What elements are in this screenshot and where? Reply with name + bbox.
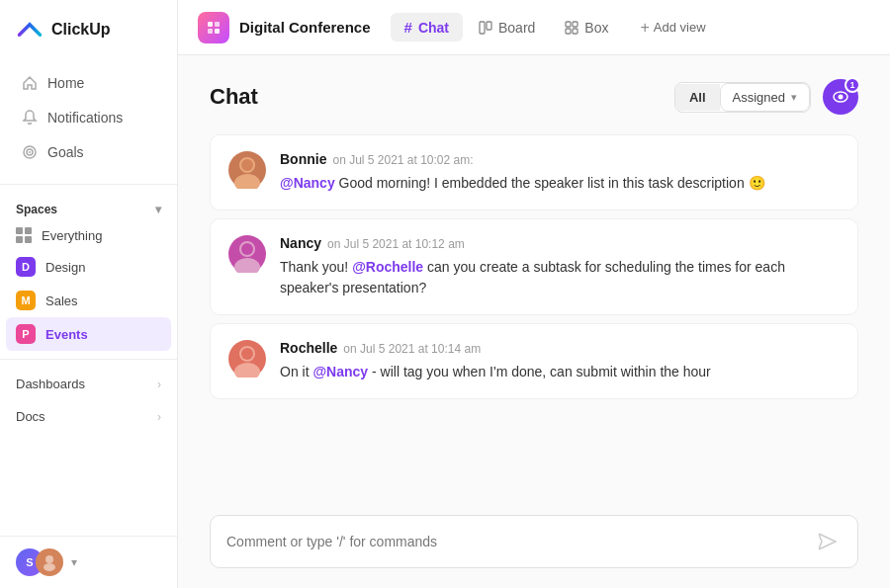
nancy-message-body: Nancy on Jul 5 2021 at 10:12 am Thank yo… [280,235,840,298]
svg-point-24 [234,363,260,378]
messages-list: Bonnie on Jul 5 2021 at 10:02 am: @Nancy… [210,134,858,499]
assigned-dropdown[interactable]: Assigned ▾ [720,83,810,112]
project-icon [198,12,229,43]
user-chevron[interactable]: ▾ [71,555,77,569]
sidebar-divider [0,184,177,185]
rochelle-message-body: Rochelle on Jul 5 2021 at 10:14 am On it… [280,340,840,382]
svg-rect-14 [573,29,578,34]
svg-rect-7 [208,29,213,34]
rochelle-text: On it @Nancy - will tag you when I'm don… [280,362,840,382]
svg-rect-10 [487,22,491,30]
bonnie-text: @Nancy Good morning! I embedded the spea… [280,173,840,194]
sidebar-item-design[interactable]: D Design [0,250,177,284]
comment-input-wrap [210,515,858,568]
tab-board[interactable]: Board [465,14,549,42]
message-card: Bonnie on Jul 5 2021 at 10:02 am: @Nancy… [210,134,858,210]
rochelle-time: on Jul 5 2021 at 10:14 am [343,342,481,356]
sidebar-item-events[interactable]: P Events [6,317,171,351]
clickup-logo-icon [16,16,44,43]
chevron-icon: ▾ [155,203,161,216]
svg-point-19 [241,159,253,171]
spaces-header[interactable]: Spaces ▾ [0,193,177,220]
sidebar-item-sales[interactable]: M Sales [0,284,177,317]
sidebar-nav: Home Notifications Goals [0,59,177,176]
sidebar: ClickUp Home Notifications Goals S [0,0,178,588]
svg-point-21 [234,258,260,273]
eye-badge: 1 [845,77,860,93]
nancy-meta: Nancy on Jul 5 2021 at 10:12 am [280,235,840,251]
chevron-right-icon-docs: › [157,410,161,424]
sidebar-item-goals[interactable]: Goals [6,135,171,169]
sidebar-item-notifications[interactable]: Notifications [6,101,171,134]
box-icon [565,21,578,35]
dropdown-chevron-icon: ▾ [791,91,797,104]
svg-point-16 [839,95,844,100]
message-card: Rochelle on Jul 5 2021 at 10:14 am On it… [210,323,858,399]
sidebar-item-everything[interactable]: Everything [0,220,177,250]
bonnie-avatar [228,151,266,189]
main-content: Digital Conference # Chat Board [178,0,890,588]
svg-point-22 [241,243,253,255]
board-icon [479,21,492,35]
sales-dot: M [16,291,36,310]
rochelle-mention: @Rochelle [352,259,423,275]
avatar-secondary [36,548,63,576]
eye-button[interactable]: 1 [823,79,858,115]
svg-point-2 [29,151,31,153]
design-dot: D [16,257,36,277]
target-icon [22,144,38,160]
nancy-time: on Jul 5 2021 at 10:12 am [327,237,465,251]
bell-icon [22,110,38,126]
rochelle-author: Rochelle [280,340,337,356]
nancy-mention-2: @Nancy [312,364,368,379]
project-title: Digital Conference [239,19,371,36]
grid-icon [16,227,32,243]
chat-content: Chat All Assigned ▾ 1 [178,55,890,499]
nancy-text: Thank you! @Rochelle can you create a su… [280,257,840,298]
bonnie-time: on Jul 5 2021 at 10:02 am: [332,153,473,167]
home-icon [22,75,38,91]
svg-rect-13 [566,29,571,34]
add-view-button[interactable]: + Add view [628,13,717,42]
sidebar-footer: S ▾ [0,536,177,588]
tab-chat[interactable]: # Chat [391,13,463,42]
events-dot: P [16,324,36,344]
hash-icon: # [404,19,412,36]
nancy-mention-1: @Nancy [280,175,335,191]
sidebar-item-home[interactable]: Home [6,66,171,100]
svg-rect-9 [480,22,485,34]
rochelle-avatar [228,340,266,378]
rochelle-meta: Rochelle on Jul 5 2021 at 10:14 am [280,340,840,356]
nancy-avatar [228,235,266,273]
svg-point-3 [45,555,53,563]
svg-point-25 [241,348,253,360]
svg-point-4 [44,563,55,571]
sidebar-divider-2 [0,359,177,360]
svg-rect-5 [208,22,213,27]
filter-all-button[interactable]: All [675,84,720,111]
bonnie-message-body: Bonnie on Jul 5 2021 at 10:02 am: @Nancy… [280,151,840,194]
filter-tabs: All Assigned ▾ [674,82,811,113]
plus-icon: + [640,19,649,37]
topbar: Digital Conference # Chat Board [178,0,890,55]
comment-input[interactable] [226,534,804,549]
chat-header-right: All Assigned ▾ 1 [674,79,858,115]
svg-rect-8 [215,29,220,34]
nancy-author: Nancy [280,235,321,251]
avatar-stack: S [16,548,63,576]
logo-text: ClickUp [51,21,111,39]
send-icon[interactable] [814,528,842,555]
sidebar-item-dashboards[interactable]: Dashboards › [0,368,177,400]
sidebar-item-docs[interactable]: Docs › [0,400,177,433]
svg-rect-12 [573,22,578,27]
message-card: Nancy on Jul 5 2021 at 10:12 am Thank yo… [210,218,858,315]
chat-header: Chat All Assigned ▾ 1 [210,79,858,115]
tab-box[interactable]: Box [551,14,622,42]
chevron-right-icon: › [157,378,161,391]
svg-rect-6 [215,22,220,27]
svg-point-18 [234,174,260,189]
bonnie-meta: Bonnie on Jul 5 2021 at 10:02 am: [280,151,840,167]
chat-title: Chat [210,84,258,110]
logo[interactable]: ClickUp [0,0,177,59]
topbar-tabs: # Chat Board Box + [391,13,718,42]
